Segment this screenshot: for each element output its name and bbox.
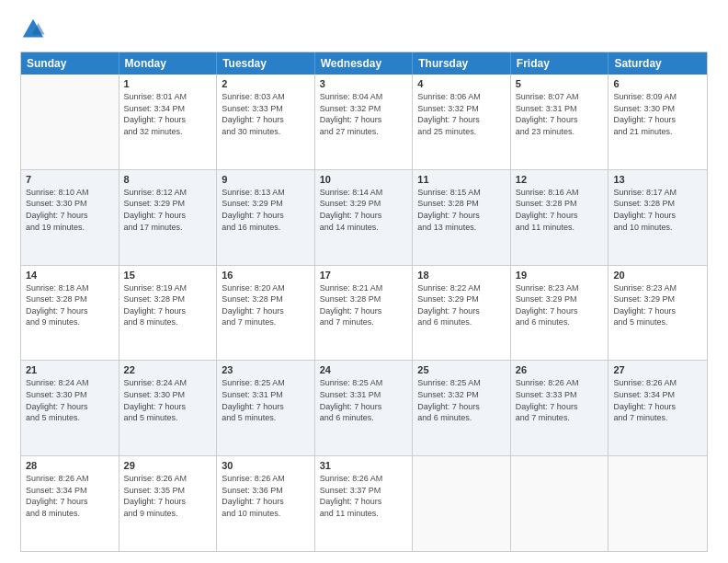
day-info: Sunrise: 8:26 AMSunset: 3:35 PMDaylight:…: [124, 473, 212, 519]
day-info: Sunrise: 8:21 AMSunset: 3:28 PMDaylight:…: [320, 282, 408, 328]
day-number: 1: [124, 78, 212, 89]
day-info: Sunrise: 8:24 AMSunset: 3:30 PMDaylight:…: [124, 377, 212, 423]
day-number: 5: [516, 78, 604, 89]
header-cell-tuesday: Tuesday: [217, 52, 315, 75]
header-cell-friday: Friday: [511, 52, 609, 75]
day-cell-11: 11Sunrise: 8:15 AMSunset: 3:28 PMDayligh…: [413, 170, 511, 265]
day-info: Sunrise: 8:16 AMSunset: 3:28 PMDaylight:…: [516, 187, 604, 233]
day-info: Sunrise: 8:18 AMSunset: 3:28 PMDaylight:…: [26, 282, 114, 328]
day-number: 16: [222, 270, 310, 281]
day-cell-31: 31Sunrise: 8:26 AMSunset: 3:37 PMDayligh…: [315, 456, 414, 551]
day-info: Sunrise: 8:26 AMSunset: 3:33 PMDaylight:…: [516, 377, 604, 423]
header: [20, 17, 708, 42]
cal-row-4: 28Sunrise: 8:26 AMSunset: 3:34 PMDayligh…: [21, 456, 707, 551]
day-info: Sunrise: 8:07 AMSunset: 3:31 PMDaylight:…: [516, 91, 604, 137]
day-number: 27: [613, 364, 702, 375]
day-info: Sunrise: 8:03 AMSunset: 3:33 PMDaylight:…: [222, 91, 310, 137]
day-number: 28: [26, 460, 114, 471]
day-cell-27: 27Sunrise: 8:26 AMSunset: 3:34 PMDayligh…: [609, 361, 707, 455]
empty-cell-4-6: [609, 456, 707, 551]
day-info: Sunrise: 8:23 AMSunset: 3:29 PMDaylight:…: [613, 282, 702, 328]
day-cell-25: 25Sunrise: 8:25 AMSunset: 3:32 PMDayligh…: [413, 361, 511, 455]
header-cell-sunday: Sunday: [21, 52, 119, 75]
day-cell-14: 14Sunrise: 8:18 AMSunset: 3:28 PMDayligh…: [21, 266, 119, 361]
day-cell-29: 29Sunrise: 8:26 AMSunset: 3:35 PMDayligh…: [119, 456, 218, 551]
day-number: 7: [26, 174, 114, 185]
cal-row-2: 14Sunrise: 8:18 AMSunset: 3:28 PMDayligh…: [21, 266, 707, 362]
day-info: Sunrise: 8:25 AMSunset: 3:31 PMDaylight:…: [222, 377, 310, 423]
day-number: 8: [124, 174, 212, 185]
day-cell-16: 16Sunrise: 8:20 AMSunset: 3:28 PMDayligh…: [217, 266, 315, 361]
day-cell-1: 1Sunrise: 8:01 AMSunset: 3:34 PMDaylight…: [119, 75, 218, 169]
day-cell-30: 30Sunrise: 8:26 AMSunset: 3:36 PMDayligh…: [217, 456, 315, 551]
day-number: 23: [222, 364, 310, 375]
page: SundayMondayTuesdayWednesdayThursdayFrid…: [0, 0, 728, 563]
day-info: Sunrise: 8:12 AMSunset: 3:29 PMDaylight:…: [124, 187, 212, 233]
logo-icon: [20, 17, 46, 42]
day-number: 3: [320, 78, 408, 89]
day-number: 4: [417, 78, 506, 89]
day-info: Sunrise: 8:22 AMSunset: 3:29 PMDaylight:…: [417, 282, 506, 328]
day-cell-19: 19Sunrise: 8:23 AMSunset: 3:29 PMDayligh…: [511, 266, 609, 361]
day-cell-4: 4Sunrise: 8:06 AMSunset: 3:32 PMDaylight…: [413, 75, 511, 169]
day-info: Sunrise: 8:26 AMSunset: 3:37 PMDaylight:…: [320, 473, 408, 519]
header-cell-monday: Monday: [119, 52, 218, 75]
empty-cell-4-5: [511, 456, 609, 551]
day-number: 12: [516, 174, 604, 185]
day-info: Sunrise: 8:26 AMSunset: 3:34 PMDaylight:…: [26, 473, 114, 519]
day-info: Sunrise: 8:09 AMSunset: 3:30 PMDaylight:…: [613, 91, 702, 137]
day-cell-5: 5Sunrise: 8:07 AMSunset: 3:31 PMDaylight…: [511, 75, 609, 169]
empty-cell-0-0: [21, 75, 119, 169]
day-info: Sunrise: 8:19 AMSunset: 3:28 PMDaylight:…: [124, 282, 212, 328]
day-number: 21: [26, 364, 114, 375]
day-info: Sunrise: 8:04 AMSunset: 3:32 PMDaylight:…: [320, 91, 408, 137]
day-info: Sunrise: 8:23 AMSunset: 3:29 PMDaylight:…: [516, 282, 604, 328]
day-cell-13: 13Sunrise: 8:17 AMSunset: 3:28 PMDayligh…: [609, 170, 707, 265]
day-cell-28: 28Sunrise: 8:26 AMSunset: 3:34 PMDayligh…: [21, 456, 119, 551]
day-cell-18: 18Sunrise: 8:22 AMSunset: 3:29 PMDayligh…: [413, 266, 511, 361]
day-number: 25: [417, 364, 506, 375]
day-number: 10: [320, 174, 408, 185]
day-cell-22: 22Sunrise: 8:24 AMSunset: 3:30 PMDayligh…: [119, 361, 218, 455]
cal-row-0: 1Sunrise: 8:01 AMSunset: 3:34 PMDaylight…: [21, 75, 707, 170]
day-cell-21: 21Sunrise: 8:24 AMSunset: 3:30 PMDayligh…: [21, 361, 119, 455]
header-cell-thursday: Thursday: [413, 52, 511, 75]
day-info: Sunrise: 8:13 AMSunset: 3:29 PMDaylight:…: [222, 187, 310, 233]
day-cell-24: 24Sunrise: 8:25 AMSunset: 3:31 PMDayligh…: [315, 361, 414, 455]
day-number: 22: [124, 364, 212, 375]
day-cell-12: 12Sunrise: 8:16 AMSunset: 3:28 PMDayligh…: [511, 170, 609, 265]
day-number: 11: [417, 174, 506, 185]
day-cell-17: 17Sunrise: 8:21 AMSunset: 3:28 PMDayligh…: [315, 266, 414, 361]
day-info: Sunrise: 8:26 AMSunset: 3:36 PMDaylight:…: [222, 473, 310, 519]
header-cell-saturday: Saturday: [609, 52, 707, 75]
day-number: 6: [613, 78, 702, 89]
day-info: Sunrise: 8:17 AMSunset: 3:28 PMDaylight:…: [613, 187, 702, 233]
day-info: Sunrise: 8:15 AMSunset: 3:28 PMDaylight:…: [417, 187, 506, 233]
day-number: 19: [516, 270, 604, 281]
day-number: 18: [417, 270, 506, 281]
day-cell-3: 3Sunrise: 8:04 AMSunset: 3:32 PMDaylight…: [315, 75, 414, 169]
header-cell-wednesday: Wednesday: [315, 52, 414, 75]
cal-row-3: 21Sunrise: 8:24 AMSunset: 3:30 PMDayligh…: [21, 361, 707, 456]
day-info: Sunrise: 8:25 AMSunset: 3:31 PMDaylight:…: [320, 377, 408, 423]
day-info: Sunrise: 8:14 AMSunset: 3:29 PMDaylight:…: [320, 187, 408, 233]
calendar-header: SundayMondayTuesdayWednesdayThursdayFrid…: [21, 52, 707, 75]
day-number: 26: [516, 364, 604, 375]
day-number: 20: [613, 270, 702, 281]
day-number: 30: [222, 460, 310, 471]
day-info: Sunrise: 8:01 AMSunset: 3:34 PMDaylight:…: [124, 91, 212, 137]
day-number: 29: [124, 460, 212, 471]
day-info: Sunrise: 8:25 AMSunset: 3:32 PMDaylight:…: [417, 377, 506, 423]
day-cell-8: 8Sunrise: 8:12 AMSunset: 3:29 PMDaylight…: [119, 170, 218, 265]
empty-cell-4-4: [413, 456, 511, 551]
day-cell-9: 9Sunrise: 8:13 AMSunset: 3:29 PMDaylight…: [217, 170, 315, 265]
day-number: 24: [320, 364, 408, 375]
day-number: 13: [613, 174, 702, 185]
day-cell-6: 6Sunrise: 8:09 AMSunset: 3:30 PMDaylight…: [609, 75, 707, 169]
day-number: 17: [320, 270, 408, 281]
logo: [20, 17, 50, 42]
day-cell-23: 23Sunrise: 8:25 AMSunset: 3:31 PMDayligh…: [217, 361, 315, 455]
cal-row-1: 7Sunrise: 8:10 AMSunset: 3:30 PMDaylight…: [21, 170, 707, 266]
day-number: 15: [124, 270, 212, 281]
day-info: Sunrise: 8:06 AMSunset: 3:32 PMDaylight:…: [417, 91, 506, 137]
